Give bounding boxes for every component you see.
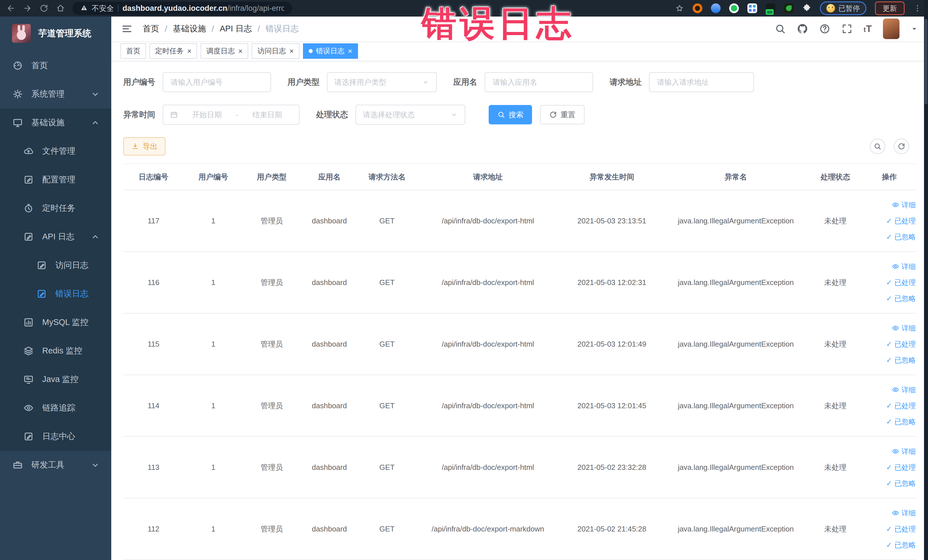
sidebar-item[interactable]: 定时任务 [0,194,111,223]
tab-item[interactable]: 定时任务× [150,43,197,59]
mark-ignored-link[interactable]: ✓已忽略 [863,475,916,491]
github-icon[interactable] [797,23,808,35]
sidebar-menu: 首页系统管理基础设施文件管理配置管理定时任务API 日志访问日志错误日志MySQ… [0,51,111,479]
back-icon[interactable] [6,4,15,13]
mark-processed-link[interactable]: ✓已处理 [863,336,916,352]
sidebar-item[interactable]: 访问日志 [0,251,111,279]
close-icon[interactable]: × [187,47,191,55]
extension-icon[interactable]: on [766,3,775,13]
eye-icon [892,324,899,332]
sidebar-item[interactable]: 日志中心 [0,422,111,451]
close-icon[interactable]: × [238,47,243,55]
mark-processed-link[interactable]: ✓已处理 [863,275,916,290]
help-icon[interactable] [819,23,830,35]
close-icon[interactable]: × [289,47,293,55]
sidebar-item-label: 研发工具 [31,459,64,471]
reset-button[interactable]: 重置 [540,105,585,124]
mark-ignored-link[interactable]: ✓已忽略 [863,414,916,430]
close-icon[interactable]: × [348,47,352,55]
mark-ignored-link[interactable]: ✓已忽略 [863,537,916,553]
reload-icon[interactable] [40,4,49,13]
tab-item[interactable]: 首页 [121,43,146,59]
extensions-puzzle-icon[interactable] [802,4,811,13]
sidebar-item[interactable]: Redis 监控 [0,337,111,365]
detail-link-label: 详细 [902,262,916,271]
sidebar-item[interactable]: 系统管理 [0,80,111,108]
detail-link[interactable]: 详细 [863,258,916,275]
sidebar-item-label: 日志中心 [42,431,75,442]
sidebar-item[interactable]: 研发工具 [0,451,111,479]
mark-ignored-link[interactable]: ✓已忽略 [863,229,916,245]
user-avatar[interactable] [883,18,899,39]
bookmark-star-icon[interactable] [675,4,684,13]
tab-active[interactable]: 错误日志× [303,43,358,59]
breadcrumb-item[interactable]: API 日志 [220,23,252,35]
detail-link[interactable]: 详细 [863,382,916,398]
sidebar-item[interactable]: 配置管理 [0,165,111,194]
avatar-caret-down-icon[interactable] [910,25,918,33]
user-type-select[interactable]: 请选择用户类型 [327,72,437,92]
sidebar-item-label: Java 监控 [42,374,78,385]
address-bar[interactable]: 不安全 dashboard.yudao.iocoder.cn/infra/log… [72,2,292,15]
sidebar-item-active[interactable]: 错误日志 [0,279,111,308]
start-date-placeholder: 开始日期 [182,110,232,120]
detail-link[interactable]: 详细 [863,505,916,521]
sidebar-item[interactable]: 首页 [0,51,111,80]
export-button[interactable]: 导出 [123,137,165,156]
detail-link[interactable]: 详细 [863,443,916,459]
cell-status: 未处理 [808,252,863,313]
refresh-table-button[interactable] [894,139,909,154]
process-status-select[interactable]: 请选择处理状态 [356,105,465,125]
forward-icon[interactable] [23,4,32,13]
table-row: 1131管理员dashboardGET/api/infra/db-doc/exp… [123,436,916,498]
sidebar-item[interactable]: API 日志 [0,223,111,251]
sidebar-item[interactable]: 文件管理 [0,137,111,165]
sidebar-item[interactable]: Java 监控 [0,365,111,394]
detail-link[interactable]: 详细 [863,320,916,336]
mark-processed-link[interactable]: ✓已处理 [863,213,916,229]
extension-icon[interactable] [711,3,720,13]
sidebar-item[interactable]: 基础设施 [0,108,111,137]
date-range-picker[interactable]: 开始日期 - 结束日期 [163,105,299,125]
breadcrumb-item[interactable]: 错误日志 [266,23,299,35]
mark-ignored-link[interactable]: ✓已忽略 [863,352,916,368]
mark-ignored-link[interactable]: ✓已忽略 [863,290,916,307]
scrollbar-thumb[interactable] [925,19,927,104]
app-name-input[interactable] [492,78,586,87]
browser-update-button[interactable]: 更新 [875,2,905,15]
search-icon[interactable] [774,23,786,35]
url-text[interactable]: dashboard.yudao.iocoder.cn/infra/log/api… [122,4,284,13]
cell-id: 116 [123,252,184,313]
search-button[interactable]: 搜索 [489,105,532,124]
tab-item[interactable]: 访问日志× [252,43,299,59]
user-id-input[interactable] [170,78,264,87]
extension-icon[interactable] [748,3,757,13]
mark-processed-link[interactable]: ✓已处理 [863,398,916,414]
breadcrumb-item[interactable]: 基础设施 [173,23,206,35]
toggle-search-button[interactable] [870,139,885,154]
sidebar-item[interactable]: 链路追踪 [0,394,111,422]
breadcrumb-item[interactable]: 首页 [143,23,159,35]
font-size-icon[interactable]: tT [864,23,872,34]
breadcrumb-separator: / [165,24,167,34]
not-secure-warning-icon[interactable] [81,4,88,12]
mark-processed-link[interactable]: ✓已处理 [863,521,916,537]
profile-paused-badge[interactable]: 已暂停 [820,2,866,15]
mark-processed-link[interactable]: ✓已处理 [863,459,916,475]
home-icon[interactable] [56,4,65,13]
sidebar-item[interactable]: MySQL 监控 [0,308,111,337]
security-label[interactable]: 不安全 [92,3,114,14]
sidebar-toggle-icon[interactable] [121,23,133,35]
extension-icon[interactable] [693,3,702,13]
request-url-input[interactable] [656,78,746,87]
tab-item[interactable]: 调度日志× [200,43,248,59]
extension-icon[interactable] [729,3,739,13]
check-icon: ✓ [886,480,892,487]
page-scrollbar[interactable] [924,0,928,560]
extension-icon[interactable] [784,3,794,13]
browser-menu-kebab-icon[interactable] [913,4,922,12]
fullscreen-icon[interactable] [841,23,853,35]
export-button-label: 导出 [143,142,157,151]
app-logo-row[interactable]: 芋道管理系统 [0,17,111,51]
detail-link[interactable]: 详细 [863,197,916,213]
